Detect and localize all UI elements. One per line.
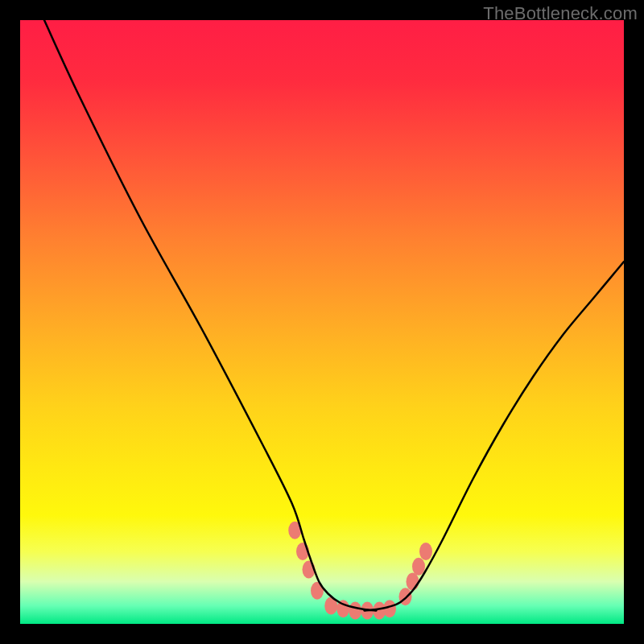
- chart-curves: [44, 20, 624, 611]
- marker-point: [407, 573, 419, 591]
- chart-svg: [20, 20, 624, 624]
- watermark-text: TheBottleneck.com: [483, 3, 638, 24]
- chart-frame: TheBottleneck.com: [0, 0, 644, 644]
- chart-plot-area: [20, 20, 624, 624]
- marker-point: [419, 543, 432, 560]
- marker-point: [349, 602, 361, 620]
- curve-left-curve: [44, 20, 377, 611]
- curve-right-curve: [365, 262, 625, 611]
- chart-markers: [288, 522, 432, 620]
- marker-point: [412, 558, 425, 576]
